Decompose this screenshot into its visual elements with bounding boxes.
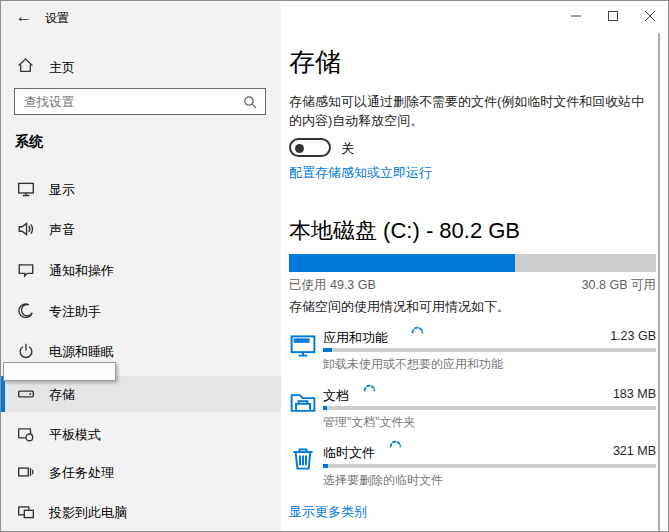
sidebar-item-home[interactable]: 主页	[1, 51, 281, 83]
category-subtitle: 选择要删除的临时文件	[323, 472, 443, 489]
titlebar: ← 设置	[1, 1, 668, 33]
close-button[interactable]	[631, 1, 668, 31]
project-icon	[17, 503, 35, 521]
temp-files-icon	[289, 445, 317, 473]
storage-icon	[17, 385, 35, 403]
category-size: 1.23 GB	[610, 329, 656, 343]
sidebar-item-multitasking[interactable]: 多任务处理	[1, 454, 281, 490]
sidebar-item-notifications[interactable]: 通知和操作	[1, 252, 281, 288]
apps-features-icon	[289, 332, 317, 360]
sidebar-item-tablet-mode[interactable]: 平板模式	[1, 416, 281, 452]
usage-intro-text: 存储空间的使用情况和可用情况如下。	[289, 298, 510, 316]
sidebar-item-label: 声音	[49, 221, 75, 239]
sidebar-item-label: 存储	[49, 386, 75, 404]
sidebar-item-projecting[interactable]: 投影到此电脑	[1, 494, 281, 530]
category-documents-link[interactable]: 文档	[323, 387, 349, 405]
loading-spinner-icon	[389, 439, 402, 457]
disk-used-label: 已使用 49.3 GB	[289, 277, 376, 294]
toggle-knob	[295, 144, 304, 153]
search-input[interactable]	[24, 90, 239, 113]
search-icon[interactable]	[243, 95, 257, 113]
window-controls	[557, 1, 668, 31]
back-arrow-icon: ←	[16, 7, 33, 27]
sidebar-item-label: 显示	[49, 181, 75, 199]
toggle-state-label: 关	[341, 140, 354, 158]
disk-free-label: 30.8 GB 可用	[582, 277, 656, 294]
category-bar	[323, 464, 656, 468]
category-temp-files-link[interactable]: 临时文件	[323, 444, 375, 462]
notifications-icon	[17, 261, 35, 279]
loading-spinner-icon	[411, 325, 424, 343]
disk-usage-fill	[289, 254, 515, 272]
sidebar-item-sound[interactable]: 声音	[1, 211, 281, 247]
tablet-icon	[17, 425, 35, 443]
category-size: 321 MB	[613, 444, 656, 458]
page-title: 存储	[289, 45, 341, 80]
sidebar-item-label: 平板模式	[49, 426, 101, 444]
sidebar-item-display[interactable]: 显示	[1, 171, 281, 207]
sidebar-item-label: 电源和睡眠	[49, 343, 114, 361]
main-content: 存储 存储感知可以通过删除不需要的文件(例如临时文件和回收站中的内容)自动释放空…	[281, 1, 669, 532]
empty-tooltip	[3, 362, 116, 381]
storage-sense-description: 存储感知可以通过删除不需要的文件(例如临时文件和回收站中的内容)自动释放空间。	[289, 92, 651, 130]
sidebar-item-storage[interactable]: 存储	[1, 376, 281, 412]
focus-assist-icon	[17, 302, 35, 320]
loading-spinner-icon	[363, 383, 376, 401]
category-size: 183 MB	[613, 387, 656, 401]
sidebar-item-label: 通知和操作	[49, 262, 114, 280]
category-bar	[323, 406, 656, 410]
documents-icon	[289, 389, 317, 417]
sidebar-section-system: 系统	[15, 133, 43, 151]
sidebar-item-label: 专注助手	[49, 303, 101, 321]
storage-sense-toggle[interactable]	[289, 138, 331, 157]
power-icon	[17, 342, 35, 360]
search-box	[14, 88, 266, 115]
configure-storage-sense-link[interactable]: 配置存储感知或立即运行	[289, 164, 432, 182]
sidebar-item-label: 投影到此电脑	[49, 504, 127, 522]
sidebar-item-label: 多任务处理	[49, 464, 114, 482]
display-icon	[17, 180, 35, 198]
sidebar: 主页 系统 显示 声音	[1, 1, 281, 532]
minimize-button[interactable]	[557, 1, 594, 31]
settings-window: 主页 系统 显示 声音	[0, 0, 669, 532]
category-subtitle: 管理"文档"文件夹	[323, 414, 416, 431]
category-bar	[323, 348, 656, 352]
window-title: 设置	[45, 10, 69, 27]
show-more-categories-link[interactable]: 显示更多类别	[289, 503, 367, 521]
vertical-scrollbar[interactable]	[658, 33, 660, 532]
sound-icon	[17, 220, 35, 238]
disk-heading: 本地磁盘 (C:) - 80.2 GB	[289, 216, 520, 246]
home-icon	[17, 57, 34, 78]
sidebar-item-focus-assist[interactable]: 专注助手	[1, 293, 281, 329]
disk-usage-bar	[289, 254, 656, 272]
sidebar-item-label: 主页	[49, 59, 75, 77]
maximize-button[interactable]	[594, 1, 631, 31]
category-bar-fill	[323, 348, 332, 352]
back-button[interactable]: ←	[9, 3, 39, 31]
category-bar-fill	[323, 406, 327, 410]
multitask-icon	[17, 463, 35, 481]
category-bar-fill	[323, 464, 328, 468]
category-subtitle: 卸载未使用或不想要的应用和功能	[323, 356, 503, 373]
category-apps-link[interactable]: 应用和功能	[323, 329, 388, 347]
